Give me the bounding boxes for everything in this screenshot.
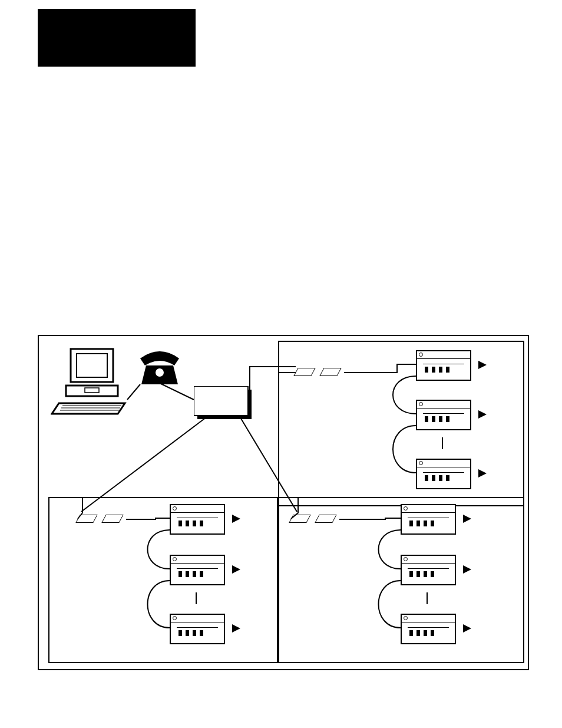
header-black-box: [38, 9, 196, 67]
arrow-right-icon: [463, 624, 471, 633]
device-title: [171, 505, 224, 513]
device-icon: [416, 459, 471, 489]
modem-icon: [75, 515, 97, 523]
arrow-right-icon: [232, 515, 240, 523]
device-icon: [170, 504, 225, 535]
arrow-right-icon: [478, 361, 487, 369]
device-icon: [401, 614, 456, 644]
svg-rect-1: [77, 354, 107, 377]
device-icon: [416, 400, 471, 430]
modem-pair: [291, 515, 340, 525]
sub-frame-top: [278, 341, 524, 506]
modem-pair: [296, 368, 345, 378]
modem-pair: [78, 515, 127, 525]
diagram-outer-frame: [38, 335, 529, 670]
svg-rect-3: [85, 388, 99, 393]
modem-icon: [315, 515, 337, 523]
modem-icon: [293, 368, 315, 376]
ellipsis-bar: [196, 592, 197, 604]
device-title: [171, 615, 224, 622]
device-title: [402, 615, 455, 622]
arrow-right-icon: [478, 410, 487, 419]
device-icon: [170, 555, 225, 585]
ellipsis-bar: [427, 592, 428, 604]
device-icon: [416, 350, 471, 381]
device-title: [171, 556, 224, 564]
modem-icon: [102, 515, 124, 523]
device-icon: [170, 614, 225, 644]
device-title: [402, 505, 455, 513]
computer-icon: [51, 347, 127, 417]
modem-icon: [289, 515, 310, 523]
svg-marker-4: [52, 403, 125, 414]
sub-frame-right: [278, 497, 524, 663]
arrow-right-icon: [463, 565, 471, 574]
arrow-right-icon: [232, 565, 240, 574]
device-title: [402, 556, 455, 564]
svg-rect-10: [194, 386, 248, 416]
device-icon: [401, 555, 456, 585]
hub-icon: [194, 386, 255, 423]
device-title: [417, 351, 470, 359]
telephone-icon: [138, 348, 181, 391]
arrow-right-icon: [463, 515, 471, 523]
modem-icon: [320, 368, 342, 376]
arrow-right-icon: [478, 469, 487, 477]
device-title: [417, 460, 470, 467]
ellipsis-bar: [442, 437, 443, 449]
device-icon: [401, 504, 456, 535]
page: [0, 0, 562, 728]
svg-point-8: [156, 368, 164, 377]
arrow-right-icon: [232, 624, 240, 633]
device-title: [417, 401, 470, 409]
sub-frame-left: [48, 497, 278, 663]
